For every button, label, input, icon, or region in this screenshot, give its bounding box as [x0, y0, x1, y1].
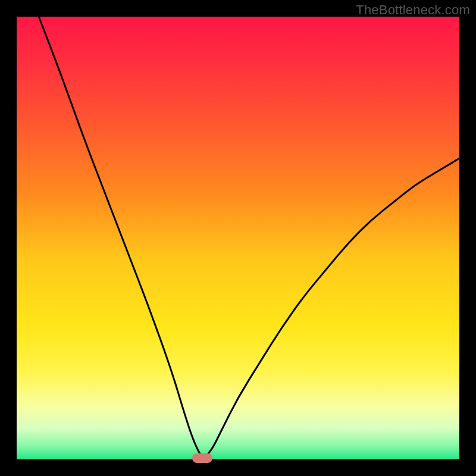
watermark-text: TheBottleneck.com: [356, 2, 470, 18]
gradient-background: [17, 17, 459, 459]
optimal-point-marker: [192, 453, 212, 463]
bottleneck-chart: [17, 17, 459, 459]
plot-area: [17, 17, 459, 459]
chart-frame: TheBottleneck.com: [0, 0, 476, 476]
